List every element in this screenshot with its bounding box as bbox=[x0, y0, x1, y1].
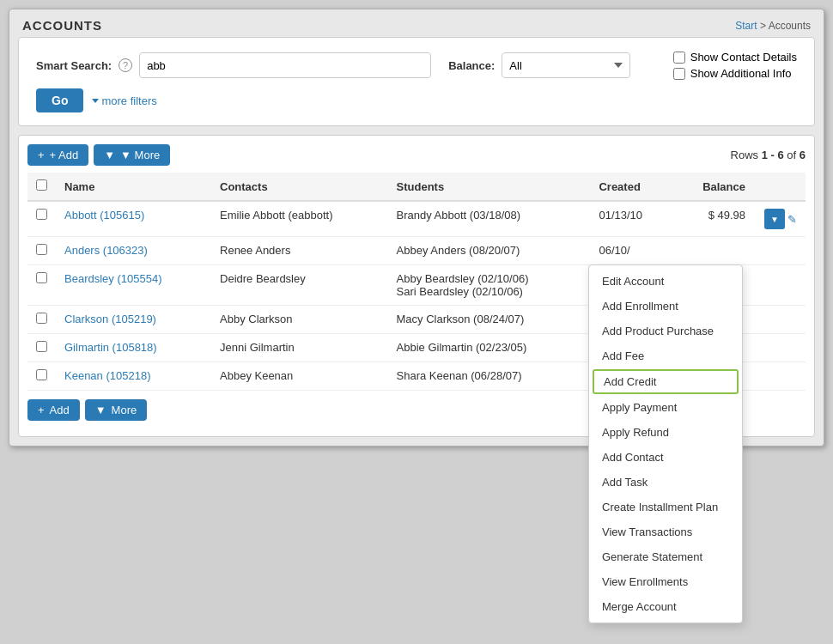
row-checkbox bbox=[27, 201, 56, 237]
pencil-icon: ✎ bbox=[787, 213, 797, 226]
menu-item-add-enrollment[interactable]: Add Enrollment bbox=[589, 294, 742, 319]
row-actions bbox=[754, 237, 806, 265]
page-header: ACCOUNTS Start > Accounts bbox=[9, 9, 824, 37]
menu-item-add-product-purchase[interactable]: Add Product Purchase bbox=[589, 319, 742, 343]
row-students: Abby Beardsley (02/10/06)Sari Beardsley … bbox=[388, 265, 591, 306]
account-link[interactable]: Anders (106323) bbox=[64, 244, 148, 257]
menu-item-view-enrollments[interactable]: View Enrollments bbox=[589, 569, 742, 594]
row-checkbox bbox=[27, 306, 56, 334]
breadcrumb-start[interactable]: Start bbox=[735, 20, 757, 32]
row-contacts: Emilie Abbott (eabbott) bbox=[211, 201, 388, 237]
row-created: 06/10/ bbox=[590, 237, 672, 265]
balance-label: Balance: bbox=[448, 59, 495, 72]
row-name: Anders (106323) bbox=[56, 237, 211, 265]
menu-item-add-contact[interactable]: Add Contact bbox=[589, 445, 742, 470]
bottom-toolbar-left: + Add ▼ More bbox=[27, 399, 147, 421]
table-header-row: Name Contacts Students Created Balance bbox=[27, 173, 806, 201]
menu-item-view-transactions[interactable]: View Transactions bbox=[589, 519, 742, 544]
row-contacts: Abbey Keenan bbox=[211, 362, 388, 391]
row-name: Clarkson (105219) bbox=[56, 306, 211, 334]
row-name: Abbott (105615) bbox=[56, 201, 211, 237]
row-contacts: Deidre Beardsley bbox=[211, 265, 388, 306]
menu-item-edit-account[interactable]: Edit Account bbox=[589, 269, 742, 294]
menu-item-create-installment-plan[interactable]: Create Installment Plan bbox=[589, 495, 742, 519]
menu-item-merge-account[interactable]: Merge Account bbox=[589, 594, 742, 619]
row-balance: $ 49.98 bbox=[672, 201, 754, 237]
balance-group: Balance: All bbox=[448, 52, 630, 78]
display-options: Show Contact Details Show Additional Inf… bbox=[673, 51, 797, 80]
header-contacts: Contacts bbox=[211, 173, 388, 201]
select-all-checkbox[interactable] bbox=[36, 179, 47, 191]
row-contacts: Abby Clarkson bbox=[211, 306, 388, 334]
chevron-down-small-icon: ▼ bbox=[770, 215, 779, 224]
row-name: Beardsley (105554) bbox=[56, 265, 211, 306]
smart-search-group: Smart Search: ? bbox=[36, 52, 431, 78]
show-contact-details-item: Show Contact Details bbox=[673, 51, 797, 64]
table-row: Abbott (105615) Emilie Abbott (eabbott) … bbox=[27, 201, 806, 237]
row-contacts: Renee Anders bbox=[211, 237, 388, 265]
page-title: ACCOUNTS bbox=[22, 18, 102, 33]
menu-item-apply-payment[interactable]: Apply Payment bbox=[589, 395, 742, 420]
rows-info: Rows 1 - 6 of 6 bbox=[731, 149, 806, 161]
show-additional-info-label: Show Additional Info bbox=[690, 67, 792, 80]
header-name: Name bbox=[56, 173, 211, 201]
more-button-top[interactable]: ▼ ▼ More bbox=[94, 144, 170, 166]
header-created: Created bbox=[590, 173, 672, 201]
account-link[interactable]: Keenan (105218) bbox=[64, 369, 150, 382]
account-link[interactable]: Beardsley (105554) bbox=[64, 272, 161, 285]
show-contact-details-checkbox[interactable] bbox=[673, 52, 685, 64]
row-actions bbox=[754, 306, 806, 334]
breadcrumb-current: Accounts bbox=[769, 20, 811, 32]
row-students: Macy Clarkson (08/24/07) bbox=[388, 306, 591, 334]
plus-icon-bottom: + bbox=[38, 404, 45, 416]
header-checkbox-col bbox=[27, 173, 56, 201]
breadcrumb-separator: > bbox=[757, 20, 769, 32]
header-balance: Balance bbox=[672, 173, 754, 201]
more-filters-link[interactable]: more filters bbox=[92, 94, 156, 107]
search-input[interactable] bbox=[139, 52, 431, 78]
add-button-bottom[interactable]: + Add bbox=[27, 399, 80, 421]
smart-search-label: Smart Search: bbox=[36, 59, 112, 72]
search-panel: Smart Search: ? Balance: All Show Contac… bbox=[18, 37, 815, 126]
row-students: Abbie Gilmartin (02/23/05) bbox=[388, 334, 591, 362]
row-contacts: Jenni Gilmartin bbox=[211, 334, 388, 362]
menu-item-apply-refund[interactable]: Apply Refund bbox=[589, 420, 742, 445]
add-button-top[interactable]: + + Add bbox=[27, 144, 88, 166]
row-actions bbox=[754, 334, 806, 362]
header-actions bbox=[754, 173, 806, 201]
row-dropdown-button[interactable]: ▼ bbox=[764, 209, 785, 229]
row-name: Keenan (105218) bbox=[56, 362, 211, 391]
account-link[interactable]: Abbott (105615) bbox=[64, 209, 144, 222]
chevron-down-icon-more-bottom: ▼ bbox=[95, 404, 106, 416]
row-actions bbox=[754, 362, 806, 391]
edit-button[interactable]: ✎ bbox=[787, 212, 797, 226]
row-name: Gilmartin (105818) bbox=[56, 334, 211, 362]
header-students: Students bbox=[388, 173, 591, 201]
go-button[interactable]: Go bbox=[36, 88, 83, 112]
more-button-bottom[interactable]: ▼ More bbox=[85, 399, 148, 421]
show-additional-info-checkbox[interactable] bbox=[673, 68, 685, 80]
menu-item-add-fee[interactable]: Add Fee bbox=[589, 343, 742, 368]
row-actions: ▼ ✎ bbox=[754, 201, 806, 237]
help-icon[interactable]: ? bbox=[119, 58, 132, 72]
search-row: Smart Search: ? Balance: All Show Contac… bbox=[36, 51, 797, 80]
breadcrumb: Start > Accounts bbox=[735, 20, 811, 32]
menu-item-add-task[interactable]: Add Task bbox=[589, 470, 742, 495]
account-link[interactable]: Clarkson (105219) bbox=[64, 313, 156, 325]
plus-icon: + bbox=[38, 149, 45, 161]
row-actions bbox=[754, 265, 806, 306]
row-checkbox bbox=[27, 362, 56, 391]
dropdown-menu: Edit Account Add Enrollment Add Product … bbox=[588, 264, 743, 623]
menu-item-add-credit[interactable]: Add Credit bbox=[593, 369, 739, 394]
row-created: 01/13/10 bbox=[590, 201, 672, 237]
row-students: Abbey Anders (08/20/07) bbox=[388, 237, 591, 265]
search-action-row: Go more filters bbox=[36, 88, 797, 112]
show-contact-details-label: Show Contact Details bbox=[690, 51, 797, 64]
account-link[interactable]: Gilmartin (105818) bbox=[64, 341, 157, 354]
balance-select[interactable]: All bbox=[502, 52, 630, 78]
table-row: Anders (106323) Renee Anders Abbey Ander… bbox=[27, 237, 806, 265]
row-checkbox bbox=[27, 334, 56, 362]
menu-item-generate-statement[interactable]: Generate Statement bbox=[589, 544, 742, 569]
row-balance bbox=[672, 237, 754, 265]
chevron-down-icon-more: ▼ bbox=[104, 149, 115, 161]
